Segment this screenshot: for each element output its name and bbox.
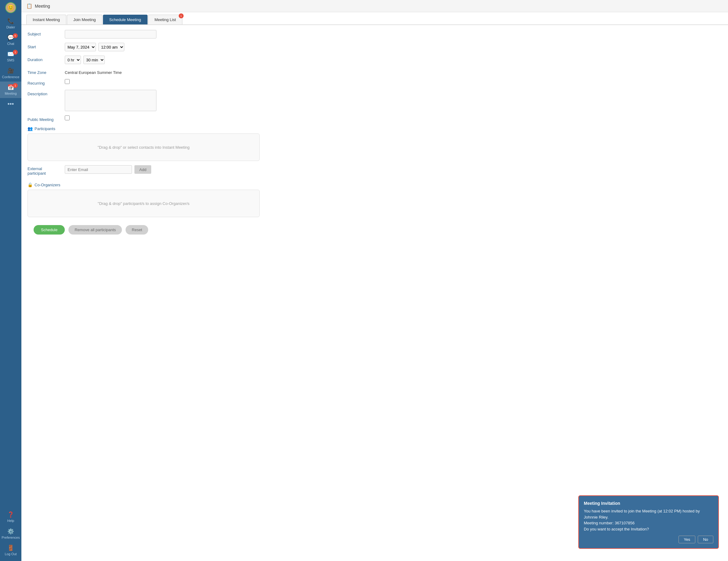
- notification-body-text: You have been invited to join the Meetin…: [584, 509, 700, 531]
- duration-hours-select[interactable]: 0 hr 1 hr 2 hr: [65, 56, 81, 64]
- recurring-checkbox[interactable]: [65, 79, 70, 84]
- recurring-label: Recurring: [27, 79, 61, 86]
- main-content: 📋 Meeting Instant Meeting Join Meeting S…: [21, 0, 728, 561]
- description-textarea[interactable]: [65, 90, 156, 111]
- form-area: Subject Start May 7, 2024 12:00 am Durat…: [21, 24, 728, 561]
- sidebar-item-conference[interactable]: 🎥 Conference: [0, 65, 21, 82]
- sms-badge: 1: [13, 50, 18, 55]
- participants-drop-text: "Drag & drop" or select contacts into In…: [97, 145, 189, 150]
- sidebar-item-label: Preferences: [2, 536, 20, 540]
- sidebar-item-label: SMS: [7, 58, 14, 62]
- tab-schedule[interactable]: Schedule Meeting: [103, 15, 148, 24]
- public-meeting-checkbox[interactable]: [65, 116, 70, 120]
- co-organizers-header: 🔒 Co-Organizers: [27, 182, 722, 187]
- co-organizers-drop-text: "Drag & drop" participant/s to assign Co…: [98, 201, 189, 206]
- description-control: [65, 90, 722, 111]
- more-options[interactable]: •••: [7, 98, 14, 110]
- duration-mins-select[interactable]: 0 min 15 min 30 min 45 min: [83, 56, 105, 64]
- public-meeting-row: Public Meeting: [27, 116, 722, 122]
- conference-icon: 🎥: [7, 68, 14, 74]
- external-control: Add: [65, 165, 151, 174]
- preferences-icon: ⚙️: [7, 528, 14, 535]
- sidebar-item-preferences[interactable]: ⚙️ Preferences: [0, 526, 21, 542]
- sidebar-item-label: Conference: [2, 75, 20, 79]
- sidebar-item-help[interactable]: ❓ Help: [0, 509, 21, 525]
- notification-popup: Meeting Invitation You have been invited…: [578, 495, 719, 549]
- logout-icon: 🚪: [7, 544, 14, 551]
- header: 📋 Meeting: [21, 0, 728, 12]
- meeting-list-badge: 1: [179, 13, 184, 18]
- subject-control: [65, 30, 722, 39]
- description-row: Description: [27, 90, 722, 111]
- sidebar: 😊 📞 Dialer 💬 Chat 5 ✉️ SMS 1 🎥 Conferenc…: [0, 0, 21, 561]
- accept-button[interactable]: Yes: [679, 536, 695, 543]
- timezone-control: Central European Summer Time: [65, 68, 722, 75]
- notification-actions: Yes No: [584, 536, 713, 543]
- sidebar-item-label: Dialer: [6, 25, 15, 29]
- co-organizers-icon: 🔒: [27, 182, 33, 187]
- co-organizers-label: Co-Organizers: [35, 183, 60, 187]
- sidebar-item-chat[interactable]: 💬 Chat 5: [0, 32, 21, 48]
- timezone-value: Central European Summer Time: [65, 68, 122, 75]
- phone-icon: 📞: [7, 18, 14, 24]
- header-meeting-icon: 📋: [26, 3, 32, 9]
- sidebar-item-label: Meeting: [5, 92, 16, 96]
- external-label: External participant: [27, 165, 61, 176]
- tab-meeting-list[interactable]: Meeting List 1: [148, 15, 182, 24]
- schedule-button[interactable]: Schedule: [34, 225, 65, 235]
- external-row: External participant Add: [27, 165, 722, 178]
- description-label: Description: [27, 90, 61, 96]
- sidebar-item-dialer[interactable]: 📞 Dialer: [0, 15, 21, 32]
- tabs-bar: Instant Meeting Join Meeting Schedule Me…: [21, 12, 728, 24]
- co-organizers-dropzone[interactable]: "Drag & drop" participant/s to assign Co…: [27, 190, 260, 217]
- help-icon: ❓: [7, 511, 14, 518]
- participants-label: Participants: [35, 127, 55, 131]
- participants-icon: 👥: [27, 126, 33, 131]
- sidebar-item-label: Help: [7, 519, 14, 523]
- sidebar-item-meeting[interactable]: 📅 Meeting 1: [0, 82, 21, 98]
- start-row: Start May 7, 2024 12:00 am: [27, 43, 722, 51]
- meeting-badge: 1: [13, 83, 18, 88]
- sidebar-item-label: Log Out: [5, 552, 16, 556]
- public-meeting-label: Public Meeting: [27, 116, 61, 122]
- start-time-select[interactable]: 12:00 am: [98, 43, 124, 51]
- email-input[interactable]: [65, 165, 132, 174]
- header-title: Meeting: [35, 4, 50, 9]
- duration-row: Duration 0 hr 1 hr 2 hr 0 min 15 min 30 …: [27, 56, 722, 64]
- subject-label: Subject: [27, 30, 61, 36]
- sidebar-item-sms[interactable]: ✉️ SMS 1: [0, 48, 21, 65]
- subject-input[interactable]: [65, 30, 156, 39]
- decline-button[interactable]: No: [698, 536, 713, 543]
- avatar[interactable]: 😊: [5, 2, 16, 13]
- public-meeting-control: [65, 116, 722, 120]
- remove-participants-button[interactable]: Remove all participants: [68, 225, 122, 235]
- participants-dropzone[interactable]: "Drag & drop" or select contacts into In…: [27, 134, 260, 161]
- timezone-row: Time Zone Central European Summer Time: [27, 68, 722, 75]
- duration-control: 0 hr 1 hr 2 hr 0 min 15 min 30 min 45 mi…: [65, 56, 722, 64]
- add-participant-button[interactable]: Add: [134, 165, 151, 174]
- sidebar-bottom: ❓ Help ⚙️ Preferences 🚪 Log Out: [0, 509, 21, 561]
- timezone-label: Time Zone: [27, 68, 61, 75]
- recurring-row: Recurring: [27, 79, 722, 86]
- avatar-container: 😊: [0, 0, 21, 15]
- duration-label: Duration: [27, 56, 61, 62]
- subject-row: Subject: [27, 30, 722, 39]
- tab-join[interactable]: Join Meeting: [67, 15, 102, 24]
- sidebar-item-logout[interactable]: 🚪 Log Out: [0, 542, 21, 559]
- reset-button[interactable]: Reset: [126, 225, 148, 235]
- tab-instant[interactable]: Instant Meeting: [26, 15, 66, 24]
- action-bar: Schedule Remove all participants Reset: [27, 222, 722, 238]
- sidebar-item-label: Chat: [7, 42, 14, 46]
- notification-title: Meeting Invitation: [584, 501, 713, 506]
- start-label: Start: [27, 43, 61, 49]
- chat-badge: 5: [13, 33, 18, 38]
- recurring-control: [65, 79, 722, 84]
- notification-body: You have been invited to join the Meetin…: [584, 508, 713, 532]
- participants-header: 👥 Participants: [27, 126, 722, 131]
- start-control: May 7, 2024 12:00 am: [65, 43, 722, 51]
- start-date-select[interactable]: May 7, 2024: [65, 43, 96, 51]
